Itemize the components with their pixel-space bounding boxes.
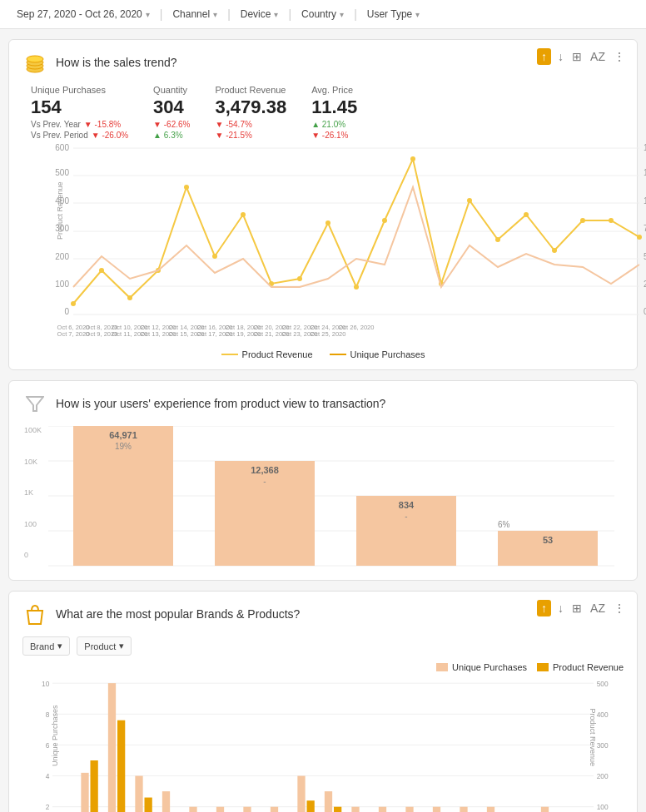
svg-text:53: 53 <box>543 535 553 545</box>
device-filter[interactable]: Device ▾ <box>237 7 282 22</box>
svg-rect-157 <box>541 807 549 812</box>
coin-stack-svg <box>23 51 47 74</box>
funnel-svg <box>26 394 44 413</box>
svg-rect-130 <box>297 776 305 812</box>
legend-rect-pr <box>537 663 549 671</box>
brands-chart-container: Unique Purchases Product Revenue 0 2 4 6… <box>52 677 594 812</box>
brands-sort-up-button[interactable]: ↑ <box>537 600 551 616</box>
legend-rect-up <box>436 663 448 671</box>
sales-trend-card: ↑ ↓ ⊞ AZ ⋮ How is the sales trend? Uniqu… <box>8 39 638 370</box>
svg-text:6%: 6% <box>498 520 510 529</box>
user-type-filter[interactable]: User Type ▾ <box>364 7 423 22</box>
svg-point-26 <box>99 268 104 273</box>
svg-point-27 <box>127 295 132 300</box>
svg-text:19%: 19% <box>115 442 132 451</box>
more-button[interactable]: ⋮ <box>612 48 627 65</box>
svg-point-30 <box>212 254 217 259</box>
svg-rect-127 <box>271 807 278 812</box>
svg-text:500: 500 <box>55 168 69 177</box>
svg-rect-113 <box>145 798 152 812</box>
svg-point-29 <box>184 185 189 190</box>
sales-trend-toolbar: ↑ ↓ ⊞ AZ ⋮ <box>537 48 627 65</box>
legend-unique-purchases-brands: Unique Purchases <box>436 662 527 672</box>
brands-grid-button[interactable]: ⊞ <box>570 600 584 616</box>
brands-bar-chart-svg: 0 2 4 6 8 10 0 100 200 300 400 500 Googl… <box>52 677 594 812</box>
legend-unique-purchases: Unique Purchases <box>330 349 425 359</box>
user-experience-card: How is your users' experience from produ… <box>8 380 638 581</box>
brands-more-button[interactable]: ⋮ <box>612 600 627 616</box>
svg-rect-107 <box>91 760 98 812</box>
svg-point-43 <box>580 218 585 223</box>
legend-product-revenue: Product Revenue <box>221 349 313 359</box>
right-y-label: Product Revenue <box>589 708 597 766</box>
user-experience-title: How is your users' experience from produ… <box>56 397 385 410</box>
grid-view-button[interactable]: ⊞ <box>570 48 584 65</box>
country-filter[interactable]: Country ▾ <box>298 7 347 22</box>
svg-rect-112 <box>135 776 142 812</box>
svg-text:400: 400 <box>597 710 609 719</box>
svg-rect-131 <box>307 800 315 812</box>
brand-dropdown[interactable]: Brand ▾ <box>22 636 70 656</box>
filter-bar: Sep 27, 2020 - Oct 26, 2020 ▾ | Channel … <box>0 0 646 29</box>
bar-group-7: Google Light Pen Blue <box>225 807 271 812</box>
svg-text:200: 200 <box>55 252 69 261</box>
bar-group-15: Google Sustainable Pen... <box>438 807 490 812</box>
brands-az-button[interactable]: AZ <box>589 600 607 616</box>
channel-filter[interactable]: Channel ▾ <box>169 7 221 22</box>
svg-text:Oct 25, 2020: Oct 25, 2020 <box>311 330 346 338</box>
brands-sort-down-button[interactable]: ↓ <box>556 600 565 616</box>
svg-point-45 <box>637 235 642 240</box>
svg-text:0: 0 <box>64 307 69 316</box>
sales-line-chart: Product Revenue Unique Purchases 0 100 2… <box>56 148 646 323</box>
svg-text:-: - <box>263 477 266 486</box>
svg-point-3 <box>27 56 43 62</box>
brands-filter-row: Brand ▾ Product ▾ <box>22 636 624 656</box>
svg-text:2: 2 <box>46 803 50 811</box>
product-dropdown[interactable]: Product ▾ <box>77 636 132 656</box>
svg-text:6: 6 <box>46 741 50 750</box>
sales-trend-header: How is the sales trend? <box>22 50 624 75</box>
sales-trend-title: How is the sales trend? <box>56 56 177 69</box>
svg-rect-136 <box>351 807 359 812</box>
svg-text:100: 100 <box>55 280 69 289</box>
svg-text:600: 600 <box>55 143 69 152</box>
bar-group-6: Google Decal <box>206 807 236 812</box>
svg-rect-115 <box>162 791 170 812</box>
stats-row: Unique Purchases 154 Vs Prev. Year ▼ -15… <box>31 85 624 140</box>
date-range-filter[interactable]: Sep 27, 2020 - Oct 26, 2020 ▾ <box>13 7 153 22</box>
bar-group-18: Google Pen Red <box>528 807 563 812</box>
stat-product-revenue: Product Revenue 3,479.38 ▼ -54.7% ▼ -21.… <box>215 85 286 140</box>
az-sort-button[interactable]: AZ <box>589 48 607 65</box>
line-chart-svg: 0 100 200 300 400 500 600 0 2.5 5 7.5 10… <box>56 148 646 314</box>
svg-text:-: - <box>405 512 407 521</box>
funnel-chart-svg: 64,971 19% 12,368 - 834 - 6% 53 1) All S… <box>47 426 615 567</box>
brands-legend: Unique Purchases Product Revenue <box>22 662 624 672</box>
brands-header: What are the most popular Brands & Produ… <box>22 602 624 626</box>
svg-point-36 <box>382 218 387 223</box>
svg-point-37 <box>410 156 415 161</box>
svg-text:10: 10 <box>42 680 50 688</box>
left-axis-label: Product Revenue <box>56 181 64 240</box>
svg-rect-134 <box>334 807 341 812</box>
svg-rect-121 <box>216 807 224 812</box>
sort-down-button[interactable]: ↓ <box>556 48 565 65</box>
left-y-label: Unique Purchases <box>51 705 59 766</box>
svg-point-40 <box>495 237 500 242</box>
stat-unique-purchases: Unique Purchases 154 Vs Prev. Year ▼ -15… <box>31 85 128 140</box>
bar-group-16: Google Pen Citron <box>472 807 510 812</box>
svg-rect-106 <box>81 773 88 812</box>
funnel-y-axis: 0 100 1K 10K 100K <box>24 426 42 559</box>
channel-arrow: ▾ <box>213 10 217 19</box>
svg-point-35 <box>354 285 359 290</box>
bag-svg <box>24 602 46 626</box>
svg-text:64,971: 64,971 <box>109 430 137 440</box>
sort-up-button[interactable]: ↑ <box>537 48 551 65</box>
svg-rect-142 <box>405 807 413 812</box>
svg-text:8: 8 <box>46 710 50 719</box>
svg-text:4: 4 <box>46 772 50 780</box>
device-arrow: ▾ <box>274 10 278 19</box>
svg-rect-148 <box>460 807 467 812</box>
svg-rect-124 <box>243 807 251 812</box>
svg-text:200: 200 <box>597 772 609 780</box>
svg-text:300: 300 <box>597 741 609 750</box>
